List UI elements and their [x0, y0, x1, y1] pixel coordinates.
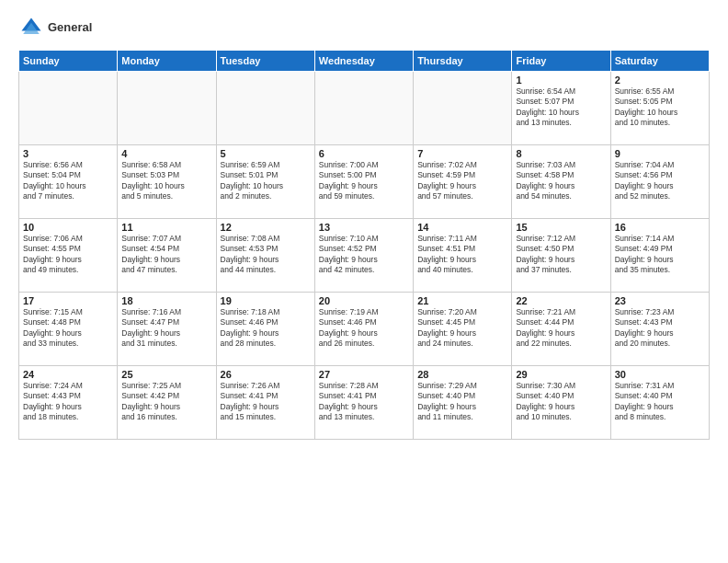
day-info: Sunrise: 7:15 AM Sunset: 4:48 PM Dayligh… — [23, 307, 113, 350]
day-number: 15 — [516, 222, 606, 233]
calendar-cell: 8Sunrise: 7:03 AM Sunset: 4:58 PM Daylig… — [512, 145, 610, 219]
day-number: 4 — [121, 148, 211, 159]
day-info: Sunrise: 7:26 AM Sunset: 4:41 PM Dayligh… — [221, 381, 311, 423]
day-info: Sunrise: 7:06 AM Sunset: 4:55 PM Dayligh… — [23, 234, 113, 276]
day-info: Sunrise: 7:29 AM Sunset: 4:40 PM Dayligh… — [417, 381, 507, 423]
calendar-cell: 24Sunrise: 7:24 AM Sunset: 4:43 PM Dayli… — [19, 366, 118, 440]
day-number: 7 — [417, 148, 507, 159]
logo-text: General — [48, 20, 92, 35]
day-info: Sunrise: 7:16 AM Sunset: 4:47 PM Dayligh… — [121, 307, 211, 350]
calendar-cell: 20Sunrise: 7:19 AM Sunset: 4:46 PM Dayli… — [314, 293, 413, 366]
calendar-cell: 30Sunrise: 7:31 AM Sunset: 4:40 PM Dayli… — [610, 366, 709, 440]
calendar-cell: 4Sunrise: 6:58 AM Sunset: 5:03 PM Daylig… — [118, 145, 216, 219]
column-header-thursday: Thursday — [414, 51, 512, 72]
calendar-cell: 18Sunrise: 7:16 AM Sunset: 4:47 PM Dayli… — [118, 293, 216, 366]
page: General SundayMondayTuesdayWednesdayThur… — [0, 0, 728, 563]
calendar-cell: 29Sunrise: 7:30 AM Sunset: 4:40 PM Dayli… — [512, 366, 610, 440]
day-number: 5 — [221, 148, 311, 159]
day-number: 11 — [121, 222, 211, 233]
week-row-1: 1Sunrise: 6:54 AM Sunset: 5:07 PM Daylig… — [19, 72, 710, 145]
week-row-2: 3Sunrise: 6:56 AM Sunset: 5:04 PM Daylig… — [19, 145, 710, 219]
calendar-cell: 3Sunrise: 6:56 AM Sunset: 5:04 PM Daylig… — [19, 145, 118, 219]
calendar-cell — [314, 72, 413, 145]
day-info: Sunrise: 7:14 AM Sunset: 4:49 PM Dayligh… — [615, 234, 705, 276]
day-number: 28 — [417, 369, 507, 380]
calendar-table: SundayMondayTuesdayWednesdayThursdayFrid… — [18, 50, 710, 440]
day-number: 14 — [417, 222, 507, 233]
day-info: Sunrise: 7:07 AM Sunset: 4:54 PM Dayligh… — [121, 234, 211, 276]
day-number: 16 — [615, 222, 705, 233]
day-info: Sunrise: 7:08 AM Sunset: 4:53 PM Dayligh… — [221, 234, 311, 276]
day-info: Sunrise: 7:28 AM Sunset: 4:41 PM Dayligh… — [319, 381, 409, 423]
column-header-wednesday: Wednesday — [314, 51, 413, 72]
day-info: Sunrise: 7:24 AM Sunset: 4:43 PM Dayligh… — [23, 381, 113, 423]
day-info: Sunrise: 6:56 AM Sunset: 5:04 PM Dayligh… — [23, 160, 113, 202]
day-number: 25 — [121, 369, 211, 380]
calendar-cell: 5Sunrise: 6:59 AM Sunset: 5:01 PM Daylig… — [216, 145, 314, 219]
day-info: Sunrise: 6:59 AM Sunset: 5:01 PM Dayligh… — [221, 160, 311, 202]
logo: General — [18, 15, 92, 40]
day-info: Sunrise: 7:00 AM Sunset: 5:00 PM Dayligh… — [319, 160, 409, 202]
calendar-cell: 26Sunrise: 7:26 AM Sunset: 4:41 PM Dayli… — [216, 366, 314, 440]
day-number: 20 — [319, 295, 409, 306]
calendar-cell — [414, 72, 512, 145]
calendar-cell: 12Sunrise: 7:08 AM Sunset: 4:53 PM Dayli… — [216, 219, 314, 293]
calendar-cell: 10Sunrise: 7:06 AM Sunset: 4:55 PM Dayli… — [19, 219, 118, 293]
day-info: Sunrise: 7:11 AM Sunset: 4:51 PM Dayligh… — [417, 234, 507, 276]
day-info: Sunrise: 6:58 AM Sunset: 5:03 PM Dayligh… — [121, 160, 211, 202]
day-number: 18 — [121, 295, 211, 306]
day-number: 13 — [319, 222, 409, 233]
day-number: 12 — [221, 222, 311, 233]
day-number: 10 — [23, 222, 113, 233]
day-number: 2 — [615, 75, 705, 86]
day-number: 30 — [615, 369, 705, 380]
day-info: Sunrise: 7:04 AM Sunset: 4:56 PM Dayligh… — [615, 160, 705, 202]
calendar-cell: 7Sunrise: 7:02 AM Sunset: 4:59 PM Daylig… — [414, 145, 512, 219]
day-number: 3 — [23, 148, 113, 159]
calendar-cell: 6Sunrise: 7:00 AM Sunset: 5:00 PM Daylig… — [314, 145, 413, 219]
calendar-cell: 11Sunrise: 7:07 AM Sunset: 4:54 PM Dayli… — [118, 219, 216, 293]
day-number: 8 — [516, 148, 606, 159]
day-number: 21 — [417, 295, 507, 306]
day-info: Sunrise: 7:12 AM Sunset: 4:50 PM Dayligh… — [516, 234, 606, 276]
day-info: Sunrise: 7:30 AM Sunset: 4:40 PM Dayligh… — [516, 381, 606, 423]
calendar-header-row: SundayMondayTuesdayWednesdayThursdayFrid… — [19, 51, 710, 72]
week-row-3: 10Sunrise: 7:06 AM Sunset: 4:55 PM Dayli… — [19, 219, 710, 293]
day-number: 22 — [516, 295, 606, 306]
calendar-cell: 28Sunrise: 7:29 AM Sunset: 4:40 PM Dayli… — [414, 366, 512, 440]
column-header-sunday: Sunday — [19, 51, 118, 72]
calendar-cell: 23Sunrise: 7:23 AM Sunset: 4:43 PM Dayli… — [610, 293, 709, 366]
logo-icon — [18, 15, 44, 40]
day-info: Sunrise: 7:03 AM Sunset: 4:58 PM Dayligh… — [516, 160, 606, 202]
day-number: 26 — [221, 369, 311, 380]
day-info: Sunrise: 7:31 AM Sunset: 4:40 PM Dayligh… — [615, 381, 705, 423]
day-number: 19 — [221, 295, 311, 306]
day-info: Sunrise: 7:19 AM Sunset: 4:46 PM Dayligh… — [319, 307, 409, 350]
calendar-cell: 9Sunrise: 7:04 AM Sunset: 4:56 PM Daylig… — [610, 145, 709, 219]
day-info: Sunrise: 6:55 AM Sunset: 5:05 PM Dayligh… — [615, 86, 705, 129]
calendar-cell — [216, 72, 314, 145]
calendar-cell: 17Sunrise: 7:15 AM Sunset: 4:48 PM Dayli… — [19, 293, 118, 366]
calendar-cell: 19Sunrise: 7:18 AM Sunset: 4:46 PM Dayli… — [216, 293, 314, 366]
column-header-monday: Monday — [118, 51, 216, 72]
calendar-cell — [118, 72, 216, 145]
column-header-saturday: Saturday — [610, 51, 709, 72]
day-info: Sunrise: 7:10 AM Sunset: 4:52 PM Dayligh… — [319, 234, 409, 276]
calendar-cell: 2Sunrise: 6:55 AM Sunset: 5:05 PM Daylig… — [610, 72, 709, 145]
column-header-friday: Friday — [512, 51, 610, 72]
day-info: Sunrise: 7:20 AM Sunset: 4:45 PM Dayligh… — [417, 307, 507, 350]
day-number: 1 — [516, 75, 606, 86]
calendar-cell: 1Sunrise: 6:54 AM Sunset: 5:07 PM Daylig… — [512, 72, 610, 145]
calendar-cell: 25Sunrise: 7:25 AM Sunset: 4:42 PM Dayli… — [118, 366, 216, 440]
calendar-cell: 13Sunrise: 7:10 AM Sunset: 4:52 PM Dayli… — [314, 219, 413, 293]
day-number: 17 — [23, 295, 113, 306]
calendar-cell: 21Sunrise: 7:20 AM Sunset: 4:45 PM Dayli… — [414, 293, 512, 366]
calendar-cell: 22Sunrise: 7:21 AM Sunset: 4:44 PM Dayli… — [512, 293, 610, 366]
day-number: 24 — [23, 369, 113, 380]
calendar-cell: 27Sunrise: 7:28 AM Sunset: 4:41 PM Dayli… — [314, 366, 413, 440]
day-number: 23 — [615, 295, 705, 306]
calendar-cell: 15Sunrise: 7:12 AM Sunset: 4:50 PM Dayli… — [512, 219, 610, 293]
day-info: Sunrise: 6:54 AM Sunset: 5:07 PM Dayligh… — [516, 86, 606, 129]
day-info: Sunrise: 7:18 AM Sunset: 4:46 PM Dayligh… — [221, 307, 311, 350]
column-header-tuesday: Tuesday — [216, 51, 314, 72]
